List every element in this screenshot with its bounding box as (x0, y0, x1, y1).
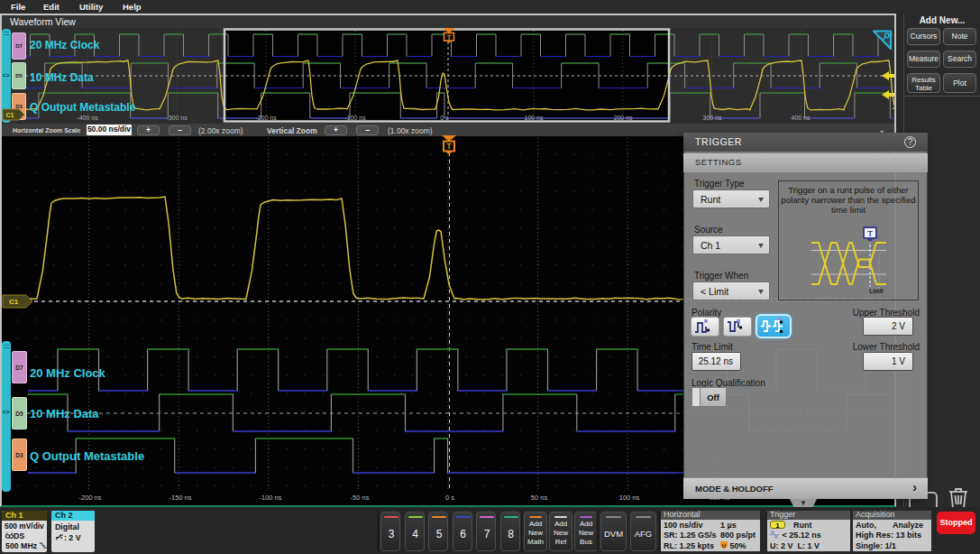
svg-text:-150 ns: -150 ns (169, 494, 191, 502)
svg-text:Limit: Limit (869, 288, 884, 294)
svg-text:50 ns: 50 ns (531, 494, 548, 502)
svg-text:U: U (722, 542, 726, 548)
svg-text:0 s: 0 s (440, 115, 449, 121)
svg-text:C1: C1 (9, 298, 19, 306)
svg-text:T: T (867, 229, 873, 238)
svg-text:-100 ns: -100 ns (344, 115, 366, 121)
svg-text:-100 ns: -100 ns (259, 494, 281, 502)
svg-text:0 s: 0 s (445, 494, 454, 502)
svg-text:T: T (446, 142, 452, 151)
svg-text:100 ns: 100 ns (619, 494, 640, 502)
svg-text:200 ns: 200 ns (613, 115, 633, 121)
svg-text:100 ns: 100 ns (524, 115, 544, 121)
svg-text:300 ns: 300 ns (702, 115, 722, 121)
svg-text:400 ns: 400 ns (791, 115, 811, 121)
svg-text:-200 ns: -200 ns (255, 115, 277, 121)
svg-text:T: T (447, 33, 452, 42)
svg-text:-300 ns: -300 ns (166, 115, 188, 121)
svg-text:-50 ns: -50 ns (351, 494, 370, 502)
svg-text:C1: C1 (6, 112, 14, 118)
svg-text:-400 ns: -400 ns (77, 115, 98, 121)
svg-text:-200 ns: -200 ns (78, 494, 101, 502)
